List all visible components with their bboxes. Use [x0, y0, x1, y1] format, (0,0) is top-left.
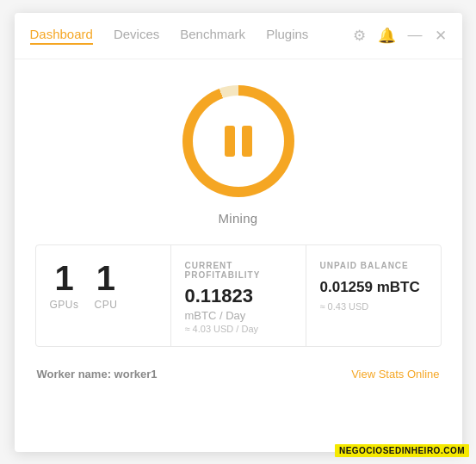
profitability-label: CURRENT PROFITABILITY	[185, 261, 292, 280]
worker-prefix: Worker name:	[37, 368, 114, 380]
balance-value: 0.01259 mBTC	[320, 279, 420, 296]
profitability-unit: mBTC / Day	[185, 309, 246, 322]
pause-bar-right	[242, 126, 252, 157]
window-actions: ⚙ 🔔 — ✕	[353, 27, 447, 45]
cpu-label: CPU	[95, 299, 118, 311]
tab-plugins[interactable]: Plugins	[266, 27, 308, 45]
worker-label: Worker name: worker1	[37, 368, 158, 380]
minimize-icon[interactable]: —	[408, 27, 423, 44]
stats-row: 1 GPUs 1 CPU CURRENT PROFITABILITY 0.118…	[35, 244, 442, 347]
pause-bars-icon	[225, 126, 252, 157]
app-window: Dashboard Devices Benchmark Plugins ⚙ 🔔 …	[15, 13, 462, 452]
settings-icon[interactable]: ⚙	[353, 27, 366, 45]
balance-approx: ≈ 0.43 USD	[320, 301, 369, 312]
mining-label: Mining	[219, 211, 258, 226]
worker-name: worker1	[114, 368, 158, 380]
tab-devices[interactable]: Devices	[114, 27, 159, 45]
gpu-cpu-counts: 1 GPUs 1 CPU	[50, 261, 118, 311]
profitability-value: 0.11823	[185, 285, 254, 307]
tab-benchmark[interactable]: Benchmark	[180, 27, 245, 45]
gpu-count: 1	[54, 261, 73, 295]
tab-dashboard[interactable]: Dashboard	[30, 27, 93, 45]
balance-stat-box: UNPAID BALANCE 0.01259 mBTC ≈ 0.43 USD	[306, 245, 441, 346]
footer-row: Worker name: worker1 View Stats Online	[35, 368, 442, 380]
main-content: Mining 1 GPUs 1 CPU CURRENT PROFITA	[15, 59, 462, 452]
close-icon[interactable]: ✕	[435, 27, 447, 45]
view-stats-link[interactable]: View Stats Online	[351, 368, 439, 380]
gpu-cpu-stat-box: 1 GPUs 1 CPU	[36, 245, 171, 346]
watermark: NEGOCIOSEDINHEIRO.COM	[335, 444, 469, 457]
profitability-stat-box: CURRENT PROFITABILITY 0.11823 mBTC / Day…	[171, 245, 306, 346]
pause-circle-inner	[193, 96, 284, 187]
pause-bar-left	[225, 126, 235, 157]
balance-label: UNPAID BALANCE	[320, 261, 409, 270]
gpu-label: GPUs	[50, 299, 79, 311]
profitability-approx: ≈ 4.03 USD / Day	[185, 324, 259, 334]
gpu-count-item: 1 GPUs	[50, 261, 79, 311]
nav-bar: Dashboard Devices Benchmark Plugins ⚙ 🔔 …	[15, 13, 462, 59]
cpu-count-item: 1 CPU	[95, 261, 118, 311]
cpu-count: 1	[96, 261, 115, 295]
nav-tabs: Dashboard Devices Benchmark Plugins	[30, 27, 353, 45]
pause-button[interactable]	[182, 85, 294, 197]
bell-icon[interactable]: 🔔	[378, 27, 396, 45]
